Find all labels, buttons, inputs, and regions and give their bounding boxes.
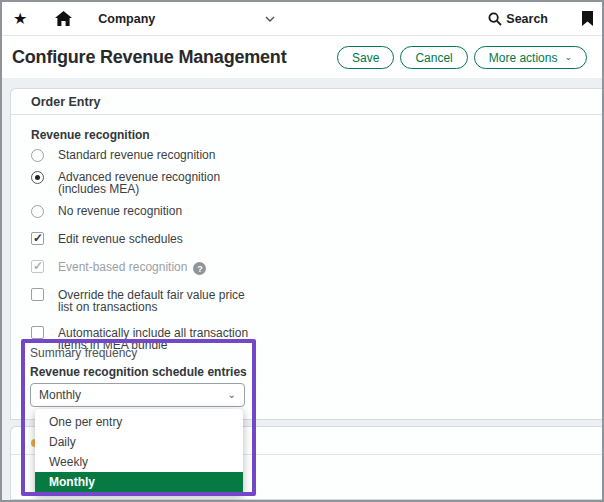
page-header: Configure Revenue Management Save Cancel…: [2, 37, 602, 78]
checkbox[interactable]: [31, 326, 44, 339]
dropdown-option-one-per-entry[interactable]: One per entry: [35, 412, 243, 432]
cancel-button-label: Cancel: [415, 51, 452, 65]
app-window: ★ Company Search Configure Revenue Mana: [0, 0, 604, 502]
checkbox-label: Edit revenue schedules: [58, 232, 183, 247]
dropdown-option-daily[interactable]: Daily: [35, 432, 243, 452]
radio-button[interactable]: [31, 171, 44, 184]
dropdown-option-weekly[interactable]: Weekly: [35, 452, 243, 472]
top-nav-bar: ★ Company Search: [2, 2, 602, 36]
checkbox-event-based-recognition: Event-based recognition ?: [31, 260, 602, 275]
select-value: Monthly: [39, 388, 81, 402]
radio-button[interactable]: [31, 149, 44, 162]
save-button[interactable]: Save: [337, 46, 394, 69]
page-title: Configure Revenue Management: [12, 47, 286, 68]
checkbox-label-line2: list on transactions: [58, 300, 602, 315]
schedule-entries-dropdown: One per entry Daily Weekly Monthly: [35, 409, 243, 495]
favorites-star-icon[interactable]: ★: [13, 11, 27, 27]
order-entry-section-title: Order Entry: [11, 89, 602, 115]
save-button-label: Save: [352, 51, 379, 65]
search-label[interactable]: Search: [506, 12, 548, 26]
checkbox-label-line2: items in MEA bundle: [58, 338, 602, 353]
schedule-entries-label: Revenue recognition schedule entries: [30, 365, 247, 379]
checkbox-edit-revenue-schedules[interactable]: Edit revenue schedules: [31, 232, 602, 247]
checkbox[interactable]: [31, 288, 44, 301]
chevron-down-icon: ⌄: [228, 389, 236, 400]
more-actions-label: More actions: [489, 51, 558, 65]
home-icon[interactable]: [55, 11, 72, 26]
radio-label: No revenue recognition: [58, 204, 182, 219]
chevron-down-icon[interactable]: [265, 16, 275, 22]
more-actions-button[interactable]: More actions ⌄: [474, 46, 587, 69]
checkbox-label: Event-based recognition: [58, 260, 187, 275]
summary-frequency-label: Summary frequency: [30, 346, 137, 360]
checkbox[interactable]: [31, 232, 44, 245]
radio-button[interactable]: [31, 205, 44, 218]
schedule-entries-select[interactable]: Monthly ⌄: [30, 383, 245, 407]
chevron-down-icon: ⌄: [564, 52, 572, 62]
checkbox: [31, 260, 44, 273]
bookmark-icon[interactable]: [582, 11, 593, 26]
revenue-recognition-label: Revenue recognition: [31, 128, 602, 142]
company-menu[interactable]: Company: [98, 12, 155, 26]
cancel-button[interactable]: Cancel: [400, 46, 467, 69]
radio-no-revenue-recognition[interactable]: No revenue recognition: [31, 204, 602, 219]
radio-label: Standard revenue recognition: [58, 148, 215, 163]
radio-standard-revenue-recognition[interactable]: Standard revenue recognition: [31, 148, 602, 163]
help-icon[interactable]: ?: [193, 262, 206, 275]
dropdown-option-monthly[interactable]: Monthly: [35, 472, 243, 492]
search-icon[interactable]: [488, 12, 502, 26]
